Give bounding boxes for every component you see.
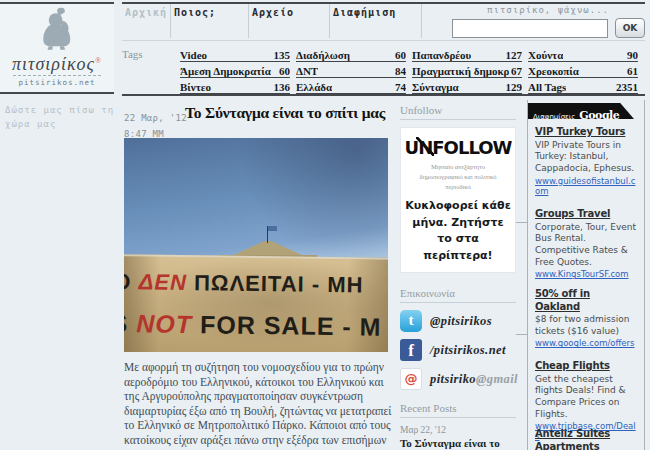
facebook-icon: f xyxy=(400,339,422,361)
tag-protest[interactable]: Διαδήλωση60 xyxy=(296,47,406,62)
layout-tick xyxy=(516,222,528,223)
ad-title-link[interactable]: 50% off in Oakland xyxy=(535,288,638,313)
post-body: Με αφορμή τη συζήτηση του νομοσχεδίου γι… xyxy=(124,360,392,450)
google-ads-column: Διαφημίσεις Google VIP Turkey Tours VIP … xyxy=(527,100,645,450)
kid-silhouette-icon xyxy=(35,7,79,51)
sidebar-middle: Unfollow UNFOLLOW Μηνιαίο ανεξάρτητο δημ… xyxy=(400,104,516,450)
recent-post-date: Μαρ 22, '12 xyxy=(400,425,516,435)
greek-flag-icon xyxy=(268,226,277,231)
recent-posts-heading: Recent Posts xyxy=(400,402,516,418)
tag-greece[interactable]: Ελλάδα74 xyxy=(296,79,406,94)
ad-anteliz-suites: Anteliz Suites Apartments xyxy=(535,428,638,450)
nav-item-archive[interactable]: Αρχείο xyxy=(249,4,330,38)
unfollow-promo: Κυκλοφορεί κάθε μήνα. Ζητήστε το στα περ… xyxy=(404,198,512,264)
page: { "logo": { "title": "πιτσιρίκος", "reg"… xyxy=(0,0,650,450)
google-ads-header[interactable]: Διαφημίσεις Google xyxy=(528,103,634,119)
tag-video[interactable]: Video135 xyxy=(180,47,290,62)
tag-column-3: Παπανδρέου127 Πραγματική δημοκρατία67 Σύ… xyxy=(412,47,522,95)
logo-wordmark: πιτσιρίκος® xyxy=(0,55,114,73)
post-title[interactable]: Το Σύνταγμα είναι το σπίτι μας xyxy=(185,104,395,122)
contact-heading: Επικοινωνία xyxy=(400,287,516,303)
recent-post-item: Μαρ 22, '12 Το Σύνταγμα είναι το σπίτι μ… xyxy=(400,425,516,450)
unfollow-tagline: Μηνιαίο ανεξάρτητο δημοσιογραφικό και πο… xyxy=(410,162,506,191)
ad-url-link[interactable]: www.google.com/offers xyxy=(535,338,638,348)
tag-real-democracy[interactable]: Πραγματική δημοκρατία67 xyxy=(412,63,522,78)
site-logo[interactable]: πιτσιρίκος® pitsirikos.net xyxy=(0,2,114,94)
tag-bankruptcy[interactable]: Χρεοκοπία61 xyxy=(528,63,638,78)
ad-vip-turkey-tours: VIP Turkey Tours VIP Private Tours in Tu… xyxy=(535,126,638,196)
facebook-handle: /pitsirikos.net xyxy=(430,343,506,358)
tag-junta[interactable]: Χούντα90 xyxy=(528,47,638,62)
ad-url-link[interactable]: www.guidesofistanbul.com xyxy=(535,176,638,196)
contact-email-link[interactable]: @ pitsiriko@gmail xyxy=(400,368,516,390)
search-input[interactable] xyxy=(452,19,608,38)
ad-oakland-offer: 50% off in Oakland $8 for two admission … xyxy=(535,288,638,348)
email-icon: @ xyxy=(400,368,422,390)
ad-groups-travel: Groups Travel Corporate, Tour, Event Bus… xyxy=(535,208,638,279)
ad-title-link[interactable]: Groups Travel xyxy=(535,208,638,221)
contact-twitter-link[interactable]: t @pitsirikos xyxy=(400,310,516,332)
nav-item-who[interactable]: Ποιος; xyxy=(171,4,249,38)
post-photo: Ο ΔΕΝ ΠΩΛΕΙΤΑΙ - ΜΗ S NOT FOR SALE - Μ xyxy=(124,138,388,352)
tag-all-tags[interactable]: All Tags2351 xyxy=(528,79,638,94)
nav-divider xyxy=(122,40,645,41)
tag-column-4: Χούντα90 Χρεοκοπία61 All Tags2351 xyxy=(528,47,638,95)
ad-title-link[interactable]: VIP Turkey Tours xyxy=(535,126,638,139)
tag-syntagma[interactable]: Σύνταγμα129 xyxy=(412,79,522,94)
main-nav: Αρχική Ποιος; Αρχείο Διαφήμιση xyxy=(122,4,422,38)
recent-post-link[interactable]: Το Σύνταγμα είναι το σπίτι μας xyxy=(400,437,516,450)
search-label: πιτσιρίκο, ψάχνω... xyxy=(452,5,645,15)
search-area: πιτσιρίκο, ψάχνω... OK xyxy=(452,5,645,38)
ad-title-link[interactable]: Cheap Flights xyxy=(535,360,638,373)
tag-imf[interactable]: ΔΝΤ84 xyxy=(296,63,406,78)
unfollow-magazine-ad[interactable]: UNFOLLOW Μηνιαίο ανεξάρτητο δημοσιογραφι… xyxy=(400,127,516,273)
unfollow-logo: UNFOLLOW xyxy=(404,137,512,158)
tag-papandreou[interactable]: Παπανδρέου127 xyxy=(412,47,522,62)
logo-domain: pitsirikos.net xyxy=(13,75,101,87)
ad-url-link[interactable]: www.KingsTourSF.com xyxy=(535,269,638,279)
registered-mark: ® xyxy=(95,56,102,65)
unfollow-heading: Unfollow xyxy=(400,104,516,120)
ad-title-link[interactable]: Anteliz Suites Apartments xyxy=(535,428,638,450)
tag-vinteo[interactable]: Βίντεο136 xyxy=(180,79,290,94)
banner-line-english: S NOT FOR SALE - Μ xyxy=(124,309,382,342)
tag-direct-democracy[interactable]: Άμεση Δημοκρατία60 xyxy=(180,63,290,78)
nav-item-advertising[interactable]: Διαφήμιση xyxy=(330,4,422,38)
tag-column-2: Διαδήλωση60 ΔΝΤ84 Ελλάδα74 xyxy=(296,47,406,95)
twitter-handle: @pitsirikos xyxy=(430,314,492,329)
banner-line-greek: Ο ΔΕΝ ΠΩΛΕΙΤΑΙ - ΜΗ xyxy=(124,269,364,298)
tags-label: Tags xyxy=(122,47,180,95)
slashed-n-icon: N xyxy=(418,137,432,158)
tag-cloud: Tags Video135 Άμεση Δημοκρατία60 Βίντεο1… xyxy=(122,47,645,95)
site-slogan: Δώστε μας πίσω τη χώρα μας xyxy=(5,104,117,132)
google-logo: Google xyxy=(579,109,619,122)
search-ok-button[interactable]: OK xyxy=(615,18,645,38)
email-address: pitsiriko@gmail xyxy=(430,372,518,387)
twitter-icon: t xyxy=(400,310,422,332)
protest-banner: Ο ΔΕΝ ΠΩΛΕΙΤΑΙ - ΜΗ S NOT FOR SALE - Μ xyxy=(124,254,388,352)
nav-item-home[interactable]: Αρχική xyxy=(122,4,171,38)
tag-column-1: Video135 Άμεση Δημοκρατία60 Βίντεο136 xyxy=(180,47,290,95)
contact-facebook-link[interactable]: f /pitsirikos.net xyxy=(400,339,516,361)
post-date: 22 Μαρ, '12 xyxy=(124,110,187,126)
layout-tick xyxy=(516,334,528,335)
